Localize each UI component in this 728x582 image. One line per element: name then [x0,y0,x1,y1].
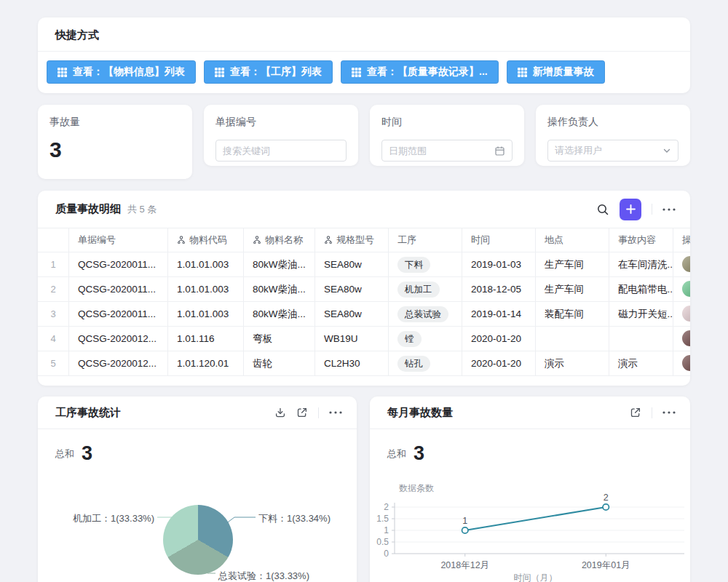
avatar [682,306,690,322]
record-count: 共 5 条 [127,204,157,215]
column-header: 事故内容 [609,228,673,252]
svg-text:2019年01月: 2019年01月 [582,560,630,570]
more-icon[interactable] [662,411,676,414]
cell-material-name: 80kW柴油... [244,252,315,276]
pie-label-bottom: 总装试验：1(33.33%) [218,570,309,582]
lookup-field-icon [253,236,261,244]
cell-date: 2020-01-20 [462,351,536,375]
stat-label: 事故量 [50,116,181,129]
column-header: 地点 [536,228,609,252]
table-row-3[interactable]: 3QCSG-2020011...1.01.01.00380kW柴油...SEA8… [38,301,690,326]
shortcut-button-label: 查看：【物料信息】列表 [73,65,185,79]
process-tag: 钻孔 [397,356,430,372]
filter-card-doc-no: 单据编号 [204,105,358,166]
cell-date: 2018-12-05 [462,277,536,301]
cell-material-code: 1.01.116 [168,327,244,351]
date-range-input[interactable] [389,146,490,156]
cell-row-number: 3 [38,302,69,326]
pie-callout-right [223,517,256,526]
filter-label: 操作负责人 [547,116,678,129]
cell-content: 配电箱带电... [609,277,673,301]
cell-operator [673,302,690,326]
table-title-group: 质量事故明细共 5 条 [55,202,157,216]
cell-material-code: 1.01.01.003 [168,302,244,326]
cell-doc-no: QCSG-2020011... [69,277,168,301]
filter-card-operator: 操作负责人 请选择用户 [536,105,690,166]
pie-callout-bottom [207,563,215,573]
download-icon[interactable] [274,407,286,418]
table-row-4[interactable]: 4QCSG-2020012...1.01.116弯板WB19U镗2020-01-… [38,326,690,351]
date-range-field[interactable] [381,140,513,162]
search-icon[interactable] [596,203,609,216]
add-record-button[interactable] [620,199,641,220]
process-tag: 总装试验 [397,306,448,322]
svg-text:0.5: 0.5 [376,537,389,547]
chart-title: 工序事故统计 [55,406,121,420]
pie-label-left: 机加工：1(33.33%) [52,512,154,525]
cell-spec: SEA80w [315,302,389,326]
cell-doc-no: QCSG-2020011... [69,302,168,326]
table-title: 质量事故明细 [55,202,121,215]
stat-value: 3 [50,137,181,162]
cell-process: 下料 [389,252,462,276]
grid-icon [518,68,527,77]
cell-date: 2020-01-20 [462,327,536,351]
more-icon[interactable] [329,411,342,414]
cell-process: 总装试验 [389,302,462,326]
pie-label-right: 下料：1(33.34%) [258,512,331,525]
process-stats-card: 工序事故统计 [38,396,357,582]
svg-text:1: 1 [462,516,467,526]
shortcut-button-label: 查看：【工序】列表 [230,65,322,79]
shortcut-button-1[interactable]: 查看：【物料信息】列表 [47,60,196,84]
cell-material-name: 80kW柴油... [244,277,315,301]
user-select[interactable]: 请选择用户 [547,140,678,162]
cell-material-name: 弯板 [244,327,315,351]
shortcut-button-4[interactable]: 新增质量事故 [507,60,605,84]
process-tag: 镗 [397,331,422,347]
column-header: 工序 [389,228,462,252]
more-icon[interactable] [662,208,676,211]
pie-callout-left [157,517,183,525]
x-axis-label: 时间（月） [514,573,558,582]
cell-process: 镗 [389,327,462,351]
shortcut-button-3[interactable]: 查看：【质量事故记录】... [341,60,499,84]
filter-label: 时间 [381,116,513,129]
cell-row-number: 2 [38,277,69,301]
shortcut-button-2[interactable]: 查看：【工序】列表 [204,60,333,84]
search-input[interactable] [223,146,339,156]
divider [318,407,319,418]
cell-location [536,327,609,351]
process-tag: 机加工 [397,282,440,298]
cell-content [609,327,673,351]
cell-operator [673,252,690,276]
column-header: 操作负责人 [673,228,690,252]
table-row-5[interactable]: 5QCSG-2020012...1.01.120.01齿轮CL2H30钻孔202… [38,351,690,376]
cell-date: 2019-01-14 [462,302,536,326]
shortcut-buttons: 查看：【物料信息】列表查看：【工序】列表查看：【质量事故记录】...新增质量事故 [38,52,690,92]
cell-location: 演示 [536,351,609,375]
table-body: 1QCSG-2020011...1.01.01.00380kW柴油...SEA8… [38,252,690,376]
accident-detail-card: 质量事故明细共 5 条 单据编号物料代 [38,191,690,386]
column-header: 时间 [462,228,536,252]
cell-doc-no: QCSG-2020012... [69,351,168,375]
table-row-1[interactable]: 1QCSG-2020011...1.01.01.00380kW柴油...SEA8… [38,252,690,276]
cell-doc-no: QCSG-2020012... [69,327,168,351]
user-select-placeholder: 请选择用户 [555,144,658,157]
calendar-icon [494,146,505,156]
monthly-count-card: 每月事故数量 总和 3 数据条数00.511.5212018年12月22019年… [370,396,690,582]
table-row-2[interactable]: 2QCSG-2020011...1.01.01.00380kW柴油...SEA8… [38,276,690,301]
open-in-new-icon[interactable] [630,407,641,418]
search-keyword-field[interactable] [215,140,347,162]
cell-location: 生产车间 [536,252,609,276]
cell-row-number: 4 [38,327,69,351]
sum-label: 总和 [55,447,74,463]
cell-material-code: 1.01.01.003 [168,252,244,276]
process-tag: 下料 [397,257,430,273]
table-head-row: 单据编号物料代码物料名称规格型号工序时间地点事故内容操作负责人 [38,228,690,252]
open-in-new-icon[interactable] [296,407,308,418]
grid-icon [215,68,224,77]
column-header: 物料名称 [244,228,315,252]
shortcuts-card: 快捷方式 查看：【物料信息】列表查看：【工序】列表查看：【质量事故记录】...新… [38,17,690,93]
cell-doc-no: QCSG-2020011... [69,252,168,276]
column-header: 单据编号 [69,228,168,252]
